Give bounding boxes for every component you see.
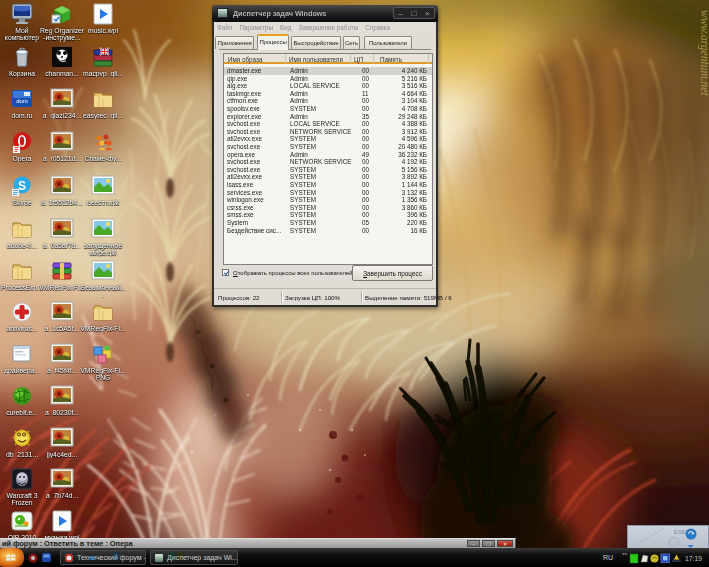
svg-text:www.argentum.net: www.argentum.net <box>698 10 709 96</box>
svg-text:S: S <box>18 179 26 193</box>
svg-text:dom: dom <box>16 98 28 104</box>
